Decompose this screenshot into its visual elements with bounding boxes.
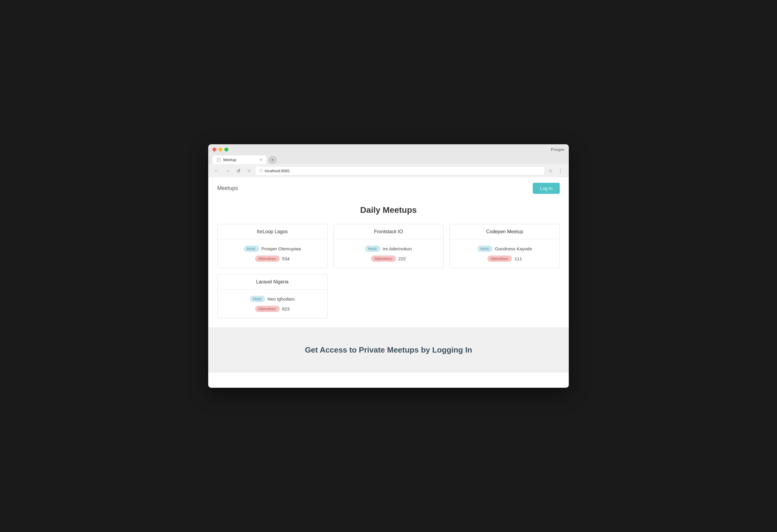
meetup-card-header-laravel: Laravel Nigeria xyxy=(218,275,327,290)
browser-window: Prosper Meetup ✕ + ← → ↺ ⌂ ⓘ localhost:8… xyxy=(208,144,569,388)
attendees-badge-frontstack: Attendees: xyxy=(371,255,396,262)
close-button[interactable] xyxy=(212,147,216,151)
tab-close-button[interactable]: ✕ xyxy=(259,158,262,162)
meetup-card-header-forloop: forLoop Lagos xyxy=(218,224,327,239)
menu-button[interactable]: ⋮ xyxy=(556,168,565,174)
host-row-codepen: Host: Goodness Kayode xyxy=(477,245,532,252)
host-value-forloop: Prosper Otemuyiwa xyxy=(261,246,301,251)
tab-title: Meetup xyxy=(223,157,236,162)
meetup-card-forloop[interactable]: forLoop Lagos Host: Prosper Otemuyiwa At… xyxy=(217,224,328,268)
attendees-badge-forloop: Attendees: xyxy=(255,255,280,262)
host-row-frontstack: Host: Ire Aderinokun xyxy=(365,245,412,252)
address-bar[interactable]: ⓘ localhost:8081 xyxy=(256,167,544,175)
meetup-card-laravel[interactable]: Laravel Nigeria Host: Neo Ighodaro Atten… xyxy=(217,274,328,318)
meetup-card-header-frontstack: Frontstack IO xyxy=(334,224,443,239)
attendees-row-forloop: Attendees: 534 xyxy=(255,255,290,262)
meetup-card-body-forloop: Host: Prosper Otemuyiwa Attendees: 534 xyxy=(218,239,327,268)
meetup-title-laravel: Laravel Nigeria xyxy=(256,279,289,284)
browser-toolbar: ← → ↺ ⌂ ⓘ localhost:8081 ☆ ⋮ xyxy=(208,164,569,177)
meetup-title-forloop: forLoop Lagos xyxy=(257,229,288,234)
tab-page-icon xyxy=(217,158,221,162)
browser-user: Prosper xyxy=(551,147,565,152)
host-row-laravel: Host: Neo Ighodaro xyxy=(250,296,295,302)
meetup-card-body-codepen: Host: Goodness Kayode Attendees: 111 xyxy=(450,239,559,268)
back-button[interactable]: ← xyxy=(212,167,221,175)
attendees-row-codepen: Attendees: 111 xyxy=(487,255,522,262)
host-value-laravel: Neo Ighodaro xyxy=(267,296,295,302)
refresh-button[interactable]: ↺ xyxy=(234,167,242,175)
traffic-lights xyxy=(212,147,228,151)
attendees-value-codepen: 111 xyxy=(515,256,522,261)
cta-section: Get Access to Private Meetups by Logging… xyxy=(208,327,569,373)
host-badge-codepen: Host: xyxy=(477,245,492,252)
main-content: Daily Meetups forLoop Lagos Host: Prospe… xyxy=(208,199,569,373)
attendees-value-frontstack: 222 xyxy=(399,256,406,261)
meetup-title-frontstack: Frontstack IO xyxy=(374,229,403,234)
secure-icon: ⓘ xyxy=(259,168,263,174)
meetup-card-body-laravel: Host: Neo Ighodaro Attendees: 623 xyxy=(218,290,327,318)
forward-button[interactable]: → xyxy=(223,167,232,175)
cta-title: Get Access to Private Meetups by Logging… xyxy=(217,345,560,355)
meetup-card-header-codepen: Codepen Meetup xyxy=(450,224,559,239)
active-tab[interactable]: Meetup ✕ xyxy=(212,155,266,164)
new-tab-button[interactable]: + xyxy=(268,156,277,164)
tab-bar: Meetup ✕ + xyxy=(212,155,565,164)
toolbar-actions: ☆ ⋮ xyxy=(547,168,565,174)
attendees-row-frontstack: Attendees: 222 xyxy=(371,255,406,262)
meetup-card-codepen[interactable]: Codepen Meetup Host: Goodness Kayode Att… xyxy=(449,224,560,268)
login-button[interactable]: Log In xyxy=(533,183,560,194)
host-value-frontstack: Ire Aderinokun xyxy=(383,246,412,251)
host-badge-frontstack: Host: xyxy=(365,245,380,252)
minimize-button[interactable] xyxy=(218,147,222,151)
app-content: Meetups Log In Daily Meetups forLoop Lag… xyxy=(208,177,569,388)
host-row-forloop: Host: Prosper Otemuyiwa xyxy=(244,245,301,252)
app-logo: Meetups xyxy=(217,185,238,192)
attendees-row-laravel: Attendees: 623 xyxy=(255,306,290,312)
meetups-grid-row1: forLoop Lagos Host: Prosper Otemuyiwa At… xyxy=(217,224,560,268)
maximize-button[interactable] xyxy=(224,147,228,151)
home-button[interactable]: ⌂ xyxy=(245,167,253,175)
star-button[interactable]: ☆ xyxy=(547,168,554,174)
attendees-badge-laravel: Attendees: xyxy=(255,306,280,312)
attendees-badge-codepen: Attendees: xyxy=(487,255,512,262)
browser-titlebar: Prosper Meetup ✕ + xyxy=(208,144,569,164)
host-value-codepen: Goodness Kayode xyxy=(495,246,532,251)
url-text: localhost:8081 xyxy=(265,169,290,173)
host-badge-forloop: Host: xyxy=(244,245,259,252)
attendees-value-forloop: 534 xyxy=(282,256,290,261)
meetup-card-frontstack[interactable]: Frontstack IO Host: Ire Aderinokun Atten… xyxy=(334,224,444,268)
attendees-value-laravel: 623 xyxy=(282,306,290,311)
meetups-grid-row2: Laravel Nigeria Host: Neo Ighodaro Atten… xyxy=(217,274,560,318)
meetup-title-codepen: Codepen Meetup xyxy=(486,229,523,234)
host-badge-laravel: Host: xyxy=(250,296,265,302)
meetup-card-body-frontstack: Host: Ire Aderinokun Attendees: 222 xyxy=(334,239,443,268)
app-header: Meetups Log In xyxy=(208,177,569,199)
page-title: Daily Meetups xyxy=(217,205,560,215)
